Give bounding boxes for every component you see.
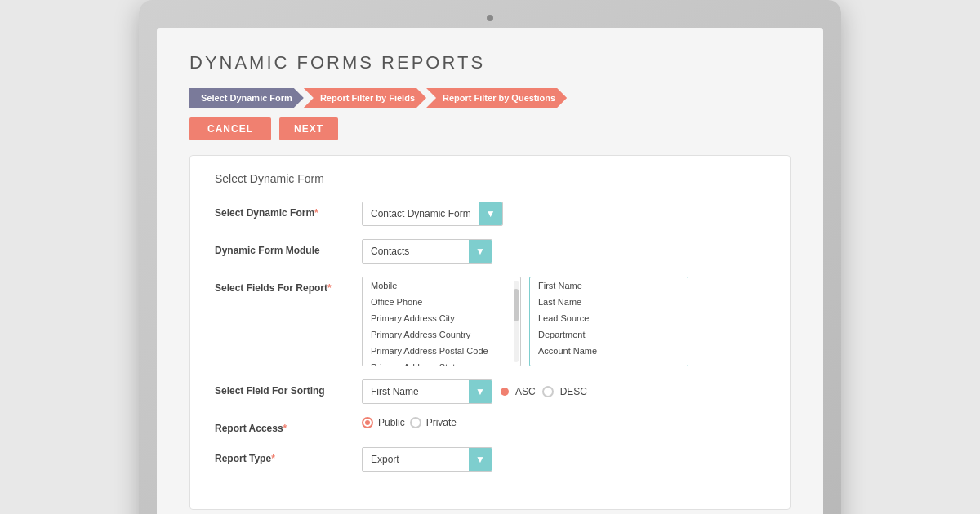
field-primary-postal[interactable]: Primary Address Postal Code: [363, 343, 520, 359]
asc-dot: [501, 388, 509, 396]
screen-content: DYNAMIC FORMS REPORTS Select Dynamic For…: [157, 28, 823, 514]
step-1-label: Select Dynamic Form: [201, 93, 292, 103]
asc-label[interactable]: ASC: [515, 386, 536, 397]
form-row-type: Report Type* Export ▼: [215, 447, 765, 472]
control-module: Contacts ▼: [362, 239, 765, 264]
select-type[interactable]: Export ▼: [362, 447, 492, 472]
form-card-title: Select Dynamic Form: [215, 172, 765, 185]
form-card: Select Dynamic Form Select Dynamic Form*…: [189, 155, 791, 510]
sort-options: ASC DESC: [501, 386, 587, 397]
selected-last-name[interactable]: Last Name: [530, 294, 688, 310]
control-sorting: First Name ▼ ASC DESC: [362, 379, 765, 404]
control-access: Public Private: [362, 417, 765, 428]
laptop-screen: DYNAMIC FORMS REPORTS Select Dynamic For…: [157, 28, 823, 514]
label-fields: Select Fields For Report*: [215, 277, 362, 294]
steps-row: Select Dynamic Form Report Filter by Fie…: [189, 88, 791, 108]
desc-radio[interactable]: [542, 386, 554, 397]
select-dynamic-form-arrow[interactable]: ▼: [479, 202, 502, 226]
desc-label[interactable]: DESC: [560, 386, 587, 397]
select-module-arrow[interactable]: ▼: [469, 239, 492, 264]
selected-department[interactable]: Department: [530, 326, 688, 343]
public-radio[interactable]: [362, 417, 373, 428]
scrollbar-track: [514, 281, 519, 362]
access-radio-group: Public Private: [362, 417, 457, 428]
cancel-button[interactable]: CANCEL: [189, 117, 271, 140]
control-fields: Mobile Office Phone Primary Address City…: [362, 277, 765, 366]
next-button[interactable]: NEXT: [279, 117, 338, 140]
step-1[interactable]: Select Dynamic Form: [189, 88, 304, 108]
field-mobile[interactable]: Mobile: [363, 277, 520, 294]
select-type-arrow[interactable]: ▼: [469, 447, 492, 472]
control-dynamic-form: Contact Dynamic Form ▼: [362, 202, 765, 226]
step-3-label: Report Filter by Questions: [443, 93, 555, 103]
selected-first-name[interactable]: First Name: [530, 277, 688, 294]
select-dynamic-form[interactable]: Contact Dynamic Form ▼: [362, 202, 503, 226]
form-row-access: Report Access* Public Private: [215, 417, 765, 434]
select-type-value: Export: [363, 447, 469, 472]
laptop-shell: DYNAMIC FORMS REPORTS Select Dynamic For…: [139, 0, 841, 514]
select-dynamic-form-value: Contact Dynamic Form: [363, 202, 479, 226]
field-primary-city[interactable]: Primary Address City: [363, 310, 520, 326]
buttons-row: CANCEL NEXT: [189, 117, 791, 140]
field-primary-state[interactable]: Primary Address State: [363, 359, 520, 366]
form-row-fields: Select Fields For Report* Mobile Office …: [215, 277, 765, 366]
private-label[interactable]: Private: [426, 417, 457, 428]
label-dynamic-form: Select Dynamic Form*: [215, 202, 362, 219]
form-row-dynamic-form: Select Dynamic Form* Contact Dynamic For…: [215, 202, 765, 226]
private-radio[interactable]: [410, 417, 421, 428]
selected-lead-source[interactable]: Lead Source: [530, 310, 688, 326]
field-primary-country[interactable]: Primary Address Country: [363, 326, 520, 343]
label-sorting: Select Field For Sorting: [215, 379, 362, 397]
screen-border: DYNAMIC FORMS REPORTS Select Dynamic For…: [139, 0, 841, 514]
public-label[interactable]: Public: [378, 417, 405, 428]
select-sorting-arrow[interactable]: ▼: [469, 379, 492, 404]
available-fields-list[interactable]: Mobile Office Phone Primary Address City…: [362, 277, 521, 366]
form-row-sorting: Select Field For Sorting First Name ▼ AS…: [215, 379, 765, 404]
selected-account-name[interactable]: Account Name: [530, 343, 688, 359]
step-3[interactable]: Report Filter by Questions: [426, 88, 567, 108]
selected-fields-list[interactable]: First Name Last Name Lead Source Departm…: [529, 277, 688, 366]
scrollbar-thumb[interactable]: [514, 289, 519, 321]
select-sorting-value: First Name: [363, 379, 469, 404]
label-access: Report Access*: [215, 417, 362, 434]
step-2-label: Report Filter by Fields: [320, 93, 415, 103]
select-module-value: Contacts: [363, 239, 469, 264]
label-module: Dynamic Form Module: [215, 239, 362, 256]
camera: [487, 15, 493, 21]
field-office-phone[interactable]: Office Phone: [363, 294, 520, 310]
control-type: Export ▼: [362, 447, 765, 472]
fields-container: Mobile Office Phone Primary Address City…: [362, 277, 688, 366]
form-row-module: Dynamic Form Module Contacts ▼: [215, 239, 765, 264]
select-sorting[interactable]: First Name ▼: [362, 379, 492, 404]
label-type: Report Type*: [215, 447, 362, 464]
page-title: DYNAMIC FORMS REPORTS: [189, 52, 791, 73]
select-module[interactable]: Contacts ▼: [362, 239, 492, 264]
step-2[interactable]: Report Filter by Fields: [304, 88, 426, 108]
